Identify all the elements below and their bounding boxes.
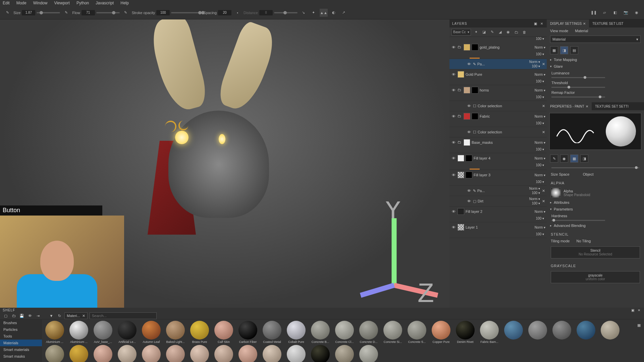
layer-item[interactable]: 👁☐Color selection✕ <box>449 127 547 137</box>
visibility-icon[interactable]: 👁 <box>451 87 456 93</box>
brush2-icon[interactable]: ✎ <box>122 9 130 17</box>
material-item[interactable] <box>333 345 356 362</box>
globe-icon[interactable]: ◐ <box>330 9 338 17</box>
grayscale-slot[interactable]: grayscale uniform color <box>551 271 640 283</box>
remove-icon[interactable]: ✕ <box>541 104 545 108</box>
material-item[interactable]: Concrete S... <box>406 321 428 344</box>
visibility-icon[interactable]: 👁 <box>451 114 456 119</box>
material-item[interactable] <box>526 321 549 344</box>
tab-texture-set-list[interactable]: TEXTURE SET LIST <box>589 19 627 27</box>
grid-view-icon[interactable]: ▦ <box>636 322 642 328</box>
tab-texture-set-settings[interactable]: TEXTURE SET SETTI <box>592 102 632 110</box>
material-item[interactable] <box>285 345 308 362</box>
opacity-value[interactable]: 100 ▾ <box>449 147 547 153</box>
close-icon[interactable]: ✕ <box>637 308 641 312</box>
flow-value[interactable]: 71 <box>82 10 95 15</box>
blend-mode[interactable]: Norm ▾ <box>535 88 545 92</box>
alpha-thumb[interactable] <box>551 188 561 198</box>
sync-icon[interactable]: ↗ <box>340 9 348 17</box>
shelf-category[interactable]: Materials <box>0 340 42 346</box>
remove-icon[interactable]: ✕ <box>541 189 545 193</box>
perspective-icon[interactable]: ▱ <box>600 9 608 17</box>
blend-mode[interactable]: Norm ▾ <box>535 157 545 160</box>
remove-icon[interactable]: ✕ <box>541 62 545 66</box>
layer-item[interactable]: 👁☐Color selection✕ <box>449 101 547 111</box>
attributes-section[interactable]: ▸Attributes <box>547 199 644 206</box>
shelf-category[interactable]: Brushes <box>0 319 42 326</box>
luminance-slider[interactable] <box>551 77 605 78</box>
layer-thumb[interactable] <box>458 172 464 178</box>
blend-mode[interactable]: Norm ▾ <box>535 210 545 214</box>
blend-mode[interactable]: Norm ▾ <box>529 60 540 64</box>
layer-item[interactable]: 👁🗀FabricNorm ▾100 ▾ <box>449 111 547 127</box>
menu-viewport[interactable]: Viewport <box>54 1 69 5</box>
material-item[interactable]: Brass Pure <box>188 321 211 344</box>
material-item[interactable] <box>309 345 332 362</box>
visibility-icon[interactable]: 👁 <box>451 45 456 50</box>
shelf-category[interactable]: Smart materials <box>0 346 42 353</box>
opacity-value[interactable]: 100 ▾ <box>449 232 547 238</box>
menu-help[interactable]: Help <box>120 1 129 5</box>
symmetry-icon[interactable]: ▲▲ <box>320 9 328 17</box>
material-dropdown[interactable]: Material▾ <box>550 36 641 43</box>
material-item[interactable]: AoV_base_... <box>92 321 114 344</box>
wand-icon[interactable]: ✦ <box>473 29 479 35</box>
popout-icon[interactable]: ▣ <box>533 21 538 26</box>
shelf-folder-icon[interactable]: 🗀 <box>11 313 17 319</box>
glare-section[interactable]: ▾Glare <box>547 63 644 70</box>
checkbox-icon[interactable]: ☐ <box>473 104 476 108</box>
visibility-icon[interactable]: 👁 <box>451 172 456 178</box>
material-item[interactable] <box>599 321 622 344</box>
opacity-slider[interactable] <box>171 12 201 13</box>
opacity-value[interactable]: 100 ▾ <box>532 191 540 195</box>
distance-slider[interactable] <box>274 12 298 13</box>
size-slider[interactable] <box>37 12 60 13</box>
cube-icon[interactable]: ◧ <box>611 9 619 17</box>
material-item[interactable] <box>43 345 66 362</box>
brushmode-icon[interactable]: ✎ <box>550 155 558 163</box>
viewport[interactable]: Button YZ <box>0 19 449 308</box>
material-item[interactable]: Aluminium ... <box>67 321 90 344</box>
dot-icon[interactable]: • <box>233 9 241 17</box>
layer-item[interactable]: 👁🗀hornsNorm ▾100 ▾ <box>449 85 547 101</box>
layer-item[interactable]: 👁Layer 1Norm ▾100 ▾ <box>449 222 547 238</box>
visibility-icon[interactable]: 👁 <box>466 198 472 204</box>
flow-slider[interactable] <box>96 12 120 13</box>
hardness-slider[interactable] <box>551 220 605 221</box>
layer-item[interactable]: 👁Gold PureNorm ▾100 ▾ <box>449 69 547 85</box>
opacity-value[interactable]: 100 ▾ <box>532 64 540 68</box>
mask-thumb[interactable] <box>466 155 472 162</box>
opacity-value[interactable]: 100 ▾ <box>532 201 540 205</box>
threshold-slider[interactable] <box>551 87 605 88</box>
blend-mode[interactable]: Norm ▾ <box>535 46 545 49</box>
stencil-icon[interactable]: ▦ <box>570 155 578 163</box>
material-item[interactable] <box>550 321 573 344</box>
spacing-value[interactable]: 20 <box>218 10 231 15</box>
visibility-icon[interactable]: 👁 <box>451 156 456 161</box>
menu-mode[interactable]: Mode <box>16 1 26 5</box>
tool-icon[interactable]: ✎ <box>3 9 11 17</box>
stroke-icon[interactable]: ↘ <box>300 9 308 17</box>
axis-gizmo[interactable]: YZ <box>344 201 444 303</box>
remove-icon[interactable]: ✕ <box>541 199 545 203</box>
material-item[interactable] <box>212 345 235 362</box>
opacity-value[interactable]: 100 ▾ <box>449 217 547 222</box>
layer-item[interactable]: 👁✎Pa...Norm ▾100 ▾✕ <box>449 59 547 69</box>
tab-display-settings[interactable]: DISPLAY SETTINGS✕ <box>547 19 589 27</box>
layer-thumb[interactable] <box>458 224 464 231</box>
folder-icon[interactable]: 🗀 <box>513 29 519 35</box>
channel-select[interactable]: Base Cc▾ <box>451 29 471 36</box>
snapshot-icon[interactable]: ◉ <box>633 9 641 17</box>
tone-mapping-section[interactable]: ▸Tone Mapping <box>547 56 644 63</box>
layer-thumb[interactable] <box>464 113 470 120</box>
alpha-icon[interactable]: ◉ <box>560 155 568 163</box>
material-item[interactable] <box>116 345 139 362</box>
mask-thumb[interactable] <box>466 172 472 178</box>
material-item[interactable]: Calf Skin <box>212 321 235 344</box>
layer-item[interactable]: 👁▢DirtNorm ▾100 ▾✕ <box>449 196 547 206</box>
material-item[interactable]: Concrete B... <box>309 321 332 344</box>
blend-mode[interactable]: Norm ▾ <box>535 115 545 118</box>
material-item[interactable]: Autumn Leaf <box>140 321 163 344</box>
visibility-icon[interactable]: 👁 <box>466 103 472 109</box>
blend-mode[interactable]: Norm ▾ <box>529 197 540 201</box>
